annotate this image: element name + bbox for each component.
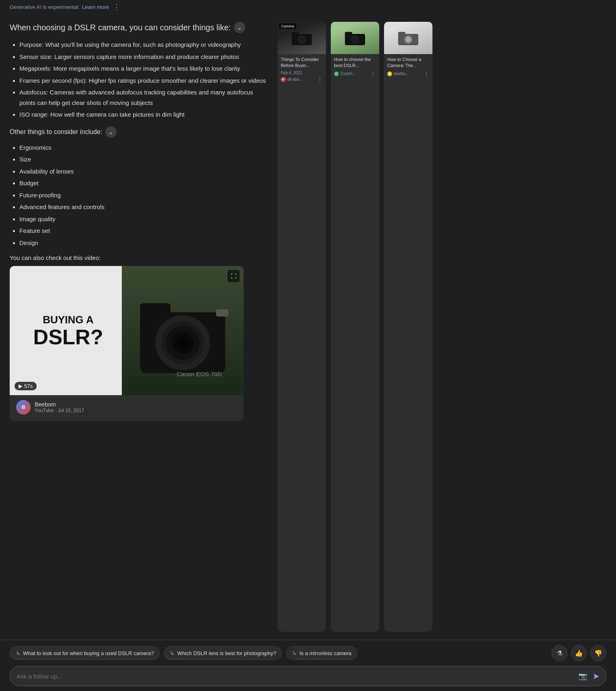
article-source: P all-abo... ⋮ <box>281 76 323 83</box>
article-source: B bestbu... ⋮ <box>387 71 429 77</box>
article-card[interactable]: How to choose the best DSLR... C Crutch.… <box>331 22 379 632</box>
video-card[interactable]: BUYING A DSLR? Canon EOS 70D <box>10 266 244 421</box>
duration-text: 57s <box>24 383 33 389</box>
article-card[interactable]: Camera Things To Consider Before Buyin..… <box>278 22 326 632</box>
list-item: Ergonomics <box>19 142 268 153</box>
video-thumbnail-left: BUYING A DSLR? <box>10 266 127 395</box>
article-thumbnail: Camera <box>278 22 326 54</box>
thumb-camera-icon <box>396 30 420 46</box>
channel-avatar: B <box>16 400 31 415</box>
labs-icon: ⚗ <box>557 649 562 657</box>
svg-point-12 <box>299 37 304 42</box>
list-item: Feature set <box>19 226 268 236</box>
heading-dropdown-button[interactable]: ⌄ <box>234 22 245 33</box>
article-source: C Crutch... ⋮ <box>334 71 376 77</box>
svg-rect-7 <box>216 309 228 316</box>
source-name: Crutch... <box>340 71 356 76</box>
svg-rect-14 <box>345 32 352 36</box>
pill-arrow-icon: ↳ <box>170 650 175 656</box>
article-card[interactable]: How to Choose a Camera: The... B bestbu.… <box>384 22 432 632</box>
suggestion-text: Is a mirrorless camera <box>299 650 351 656</box>
ai-notice-text: Generative AI is experimental. <box>10 4 79 10</box>
video-intro-text: You can also check out this video: <box>10 254 268 261</box>
suggestion-pill[interactable]: ↳Which DSLR lens is best for photography… <box>164 646 282 660</box>
main-heading-container: When choosing a DSLR camera, you can con… <box>10 22 268 33</box>
video-expand-button[interactable]: ⛶ <box>228 270 240 282</box>
primary-bullet-list: Purpose: What you'll be using the camera… <box>10 40 268 120</box>
svg-point-20 <box>406 37 411 42</box>
suggestions-row: ↳What to look out for when buying a used… <box>10 645 606 661</box>
suggestion-text: What to look out for when buying a used … <box>23 650 154 656</box>
suggestion-text: Which DSLR lens is best for photography? <box>177 650 276 656</box>
like-button[interactable]: 👍 <box>571 645 587 661</box>
camera-input-icon: 📷 <box>578 672 587 681</box>
article-title: How to choose the best DSLR... <box>334 57 376 69</box>
dislike-button[interactable]: 👎 <box>590 645 606 661</box>
thumb-label: Camera <box>279 23 296 29</box>
camera-input-button[interactable]: 📷 <box>577 670 589 682</box>
source-name: all-abo... <box>287 77 303 82</box>
svg-rect-18 <box>398 32 405 36</box>
source-dot: P <box>281 77 286 82</box>
svg-rect-1 <box>140 303 171 318</box>
list-item: Frames per second (fps): Higher fps rati… <box>19 75 268 86</box>
subheading-dropdown-button[interactable]: ⌄ <box>105 126 117 138</box>
play-icon: ▶ <box>19 383 23 389</box>
suggestion-pill[interactable]: ↳Is a mirrorless camera <box>286 646 357 660</box>
source-name: bestbu... <box>394 71 409 76</box>
source-dot: B <box>387 71 392 76</box>
left-panel: When choosing a DSLR camera, you can con… <box>10 22 268 632</box>
list-item: ISO range: How well the camera can take … <box>19 109 268 120</box>
list-item: Size <box>19 154 268 165</box>
right-panel: Camera Things To Consider Before Buyin..… <box>278 22 432 632</box>
main-heading-text: When choosing a DSLR camera, you can con… <box>10 23 231 32</box>
video-duration-badge: ▶ 57s <box>15 382 37 390</box>
pill-arrow-icon: ↳ <box>292 650 297 656</box>
list-item: Budget <box>19 178 268 188</box>
suggestion-pill[interactable]: ↳What to look out for when buying a used… <box>10 646 160 660</box>
list-item: Design <box>19 238 268 248</box>
list-item: Advanced features and controls <box>19 202 268 212</box>
thumb-camera-icon <box>290 30 314 46</box>
video-thumbnail-right: Canon EOS 70D <box>122 266 244 395</box>
list-item: Purpose: What you'll be using the camera… <box>19 40 268 50</box>
send-button[interactable]: ➤ <box>593 671 599 681</box>
svg-text:Canon EOS 70D: Canon EOS 70D <box>177 371 222 377</box>
learn-more-link[interactable]: Learn more <box>82 4 109 10</box>
svg-point-6 <box>177 337 189 349</box>
list-item: Image quality <box>19 214 268 224</box>
follow-up-input[interactable] <box>17 673 573 680</box>
options-dots[interactable]: ⋮ <box>113 3 120 10</box>
like-icon: 👍 <box>575 649 583 657</box>
video-channel-name: Beebom <box>35 401 237 408</box>
list-item: Availability of lenses <box>19 166 268 177</box>
article-date: Feb 4, 2021 <box>281 71 323 75</box>
secondary-bullet-list: ErgonomicsSizeAvailability of lensesBudg… <box>10 142 268 248</box>
video-dslr-text: DSLR? <box>33 327 103 348</box>
list-item: Autofocus: Cameras with advanced autofoc… <box>19 87 268 108</box>
article-thumbnail <box>384 22 432 54</box>
article-info: How to choose the best DSLR... C Crutch.… <box>331 54 379 80</box>
source-dot: C <box>334 71 339 76</box>
thumb-camera-icon <box>343 30 367 46</box>
actions-group: ⚗ 👍 👎 <box>551 645 606 661</box>
expand-icon: ⛶ <box>231 273 236 279</box>
video-source-date: YouTube · Jul 15, 2017 <box>35 408 237 413</box>
article-info: Things To Consider Before Buyin... Feb 4… <box>278 54 326 86</box>
source-more-button[interactable]: ⋮ <box>317 76 323 83</box>
video-meta: Beebom YouTube · Jul 15, 2017 <box>35 401 237 413</box>
ai-notice-bar: Generative AI is experimental. Learn mor… <box>0 0 616 14</box>
labs-button[interactable]: ⚗ <box>551 645 568 661</box>
source-more-button[interactable]: ⋮ <box>424 71 429 77</box>
article-title: Things To Consider Before Buyin... <box>281 57 323 69</box>
article-info: How to Choose a Camera: The... B bestbu.… <box>384 54 432 80</box>
video-info-bar: B Beebom YouTube · Jul 15, 2017 <box>10 395 244 421</box>
bottom-bar: ↳What to look out for when buying a used… <box>0 640 616 691</box>
input-area: 📷 ➤ <box>10 666 606 686</box>
list-item: Sensor size: Larger sensors capture more… <box>19 52 268 62</box>
svg-point-16 <box>353 37 357 42</box>
source-more-button[interactable]: ⋮ <box>370 71 376 77</box>
pill-arrow-icon: ↳ <box>16 650 21 656</box>
send-icon: ➤ <box>593 671 599 681</box>
article-thumbnail <box>331 22 379 54</box>
